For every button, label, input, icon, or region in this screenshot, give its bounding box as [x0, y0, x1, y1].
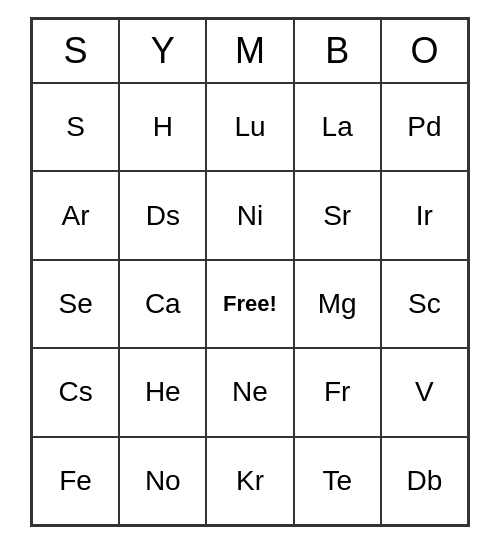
cell-0-4[interactable]: Pd	[381, 83, 468, 171]
cell-3-4[interactable]: V	[381, 348, 468, 436]
header-m: M	[206, 19, 293, 83]
cell-2-1[interactable]: Ca	[119, 260, 206, 348]
bingo-card: S Y M B O S H Lu La Pd Ar Ds Ni Sr Ir Se…	[30, 17, 470, 527]
cell-4-0[interactable]: Fe	[32, 437, 119, 525]
header-y: Y	[119, 19, 206, 83]
cell-1-3[interactable]: Sr	[294, 171, 381, 259]
cell-1-4[interactable]: Ir	[381, 171, 468, 259]
cell-4-3[interactable]: Te	[294, 437, 381, 525]
cell-0-2[interactable]: Lu	[206, 83, 293, 171]
cell-3-3[interactable]: Fr	[294, 348, 381, 436]
cell-3-0[interactable]: Cs	[32, 348, 119, 436]
cell-2-4[interactable]: Sc	[381, 260, 468, 348]
cell-0-1[interactable]: H	[119, 83, 206, 171]
cell-1-1[interactable]: Ds	[119, 171, 206, 259]
cell-0-0[interactable]: S	[32, 83, 119, 171]
cell-4-4[interactable]: Db	[381, 437, 468, 525]
header-b: B	[294, 19, 381, 83]
cell-1-0[interactable]: Ar	[32, 171, 119, 259]
cell-4-2[interactable]: Kr	[206, 437, 293, 525]
cell-3-1[interactable]: He	[119, 348, 206, 436]
cell-2-3[interactable]: Mg	[294, 260, 381, 348]
cell-4-1[interactable]: No	[119, 437, 206, 525]
cell-1-2[interactable]: Ni	[206, 171, 293, 259]
cell-2-0[interactable]: Se	[32, 260, 119, 348]
cell-3-2[interactable]: Ne	[206, 348, 293, 436]
header-s: S	[32, 19, 119, 83]
header-o: O	[381, 19, 468, 83]
cell-0-3[interactable]: La	[294, 83, 381, 171]
free-space[interactable]: Free!	[206, 260, 293, 348]
